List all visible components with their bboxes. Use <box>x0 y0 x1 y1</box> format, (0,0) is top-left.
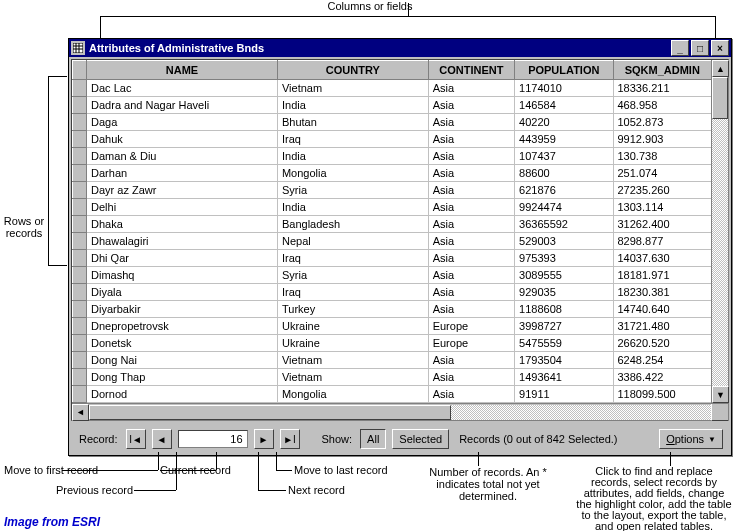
next-record-button[interactable]: ► <box>254 429 274 449</box>
cell-population[interactable]: 1793504 <box>515 352 613 369</box>
cell-population[interactable]: 146584 <box>515 97 613 114</box>
row-selector[interactable] <box>73 318 87 335</box>
row-selector[interactable] <box>73 233 87 250</box>
table-row[interactable]: Dhi QarIraqAsia97539314037.630 <box>73 250 712 267</box>
cell-sqkm[interactable]: 27235.260 <box>613 182 712 199</box>
cell-name[interactable]: Dadra and Nagar Haveli <box>87 97 278 114</box>
row-selector[interactable] <box>73 182 87 199</box>
cell-sqkm[interactable]: 118099.500 <box>613 386 712 403</box>
row-selector[interactable] <box>73 250 87 267</box>
row-selector[interactable] <box>73 284 87 301</box>
table-row[interactable]: DagaBhutanAsia402201052.873 <box>73 114 712 131</box>
cell-population[interactable]: 975393 <box>515 250 613 267</box>
cell-population[interactable]: 36365592 <box>515 216 613 233</box>
table-row[interactable]: DonetskUkraineEurope547555926620.520 <box>73 335 712 352</box>
cell-sqkm[interactable]: 14037.630 <box>613 250 712 267</box>
row-selector[interactable] <box>73 131 87 148</box>
cell-name[interactable]: Dhawalagiri <box>87 233 278 250</box>
cell-name[interactable]: Dhaka <box>87 216 278 233</box>
cell-continent[interactable]: Asia <box>428 114 514 131</box>
cell-sqkm[interactable]: 8298.877 <box>613 233 712 250</box>
cell-country[interactable]: India <box>277 148 428 165</box>
cell-country[interactable]: Ukraine <box>277 318 428 335</box>
table-row[interactable]: DarhanMongoliaAsia88600251.074 <box>73 165 712 182</box>
cell-country[interactable]: India <box>277 97 428 114</box>
cell-sqkm[interactable]: 14740.640 <box>613 301 712 318</box>
vscroll-thumb[interactable] <box>712 77 728 119</box>
cell-continent[interactable]: Asia <box>428 165 514 182</box>
table-row[interactable]: DiyalaIraqAsia92903518230.381 <box>73 284 712 301</box>
cell-population[interactable]: 1174010 <box>515 80 613 97</box>
cell-sqkm[interactable]: 18230.381 <box>613 284 712 301</box>
cell-country[interactable]: India <box>277 199 428 216</box>
cell-population[interactable]: 88600 <box>515 165 613 182</box>
col-continent[interactable]: CONTINENT <box>428 61 514 80</box>
cell-continent[interactable]: Europe <box>428 335 514 352</box>
cell-continent[interactable]: Asia <box>428 233 514 250</box>
cell-continent[interactable]: Asia <box>428 97 514 114</box>
cell-population[interactable]: 1188608 <box>515 301 613 318</box>
corner-header[interactable] <box>73 61 87 80</box>
cell-population[interactable]: 1493641 <box>515 369 613 386</box>
table-row[interactable]: DiyarbakirTurkeyAsia118860814740.640 <box>73 301 712 318</box>
hscroll-thumb[interactable] <box>89 405 451 420</box>
row-selector[interactable] <box>73 335 87 352</box>
titlebar[interactable]: Attributes of Administrative Bnds _ □ × <box>69 39 731 57</box>
table-row[interactable]: DahukIraqAsia4439599912.903 <box>73 131 712 148</box>
cell-population[interactable]: 621876 <box>515 182 613 199</box>
cell-country[interactable]: Syria <box>277 267 428 284</box>
scroll-down-icon[interactable]: ▼ <box>712 386 729 403</box>
cell-continent[interactable]: Asia <box>428 216 514 233</box>
show-all-button[interactable]: All <box>360 429 386 449</box>
cell-name[interactable]: Donetsk <box>87 335 278 352</box>
row-selector[interactable] <box>73 97 87 114</box>
maximize-button[interactable]: □ <box>691 40 709 56</box>
cell-sqkm[interactable]: 31262.400 <box>613 216 712 233</box>
cell-continent[interactable]: Asia <box>428 148 514 165</box>
cell-continent[interactable]: Asia <box>428 80 514 97</box>
cell-population[interactable]: 5475559 <box>515 335 613 352</box>
cell-country[interactable]: Mongolia <box>277 386 428 403</box>
minimize-button[interactable]: _ <box>671 40 689 56</box>
table-row[interactable]: Dong ThapVietnamAsia14936413386.422 <box>73 369 712 386</box>
cell-population[interactable]: 91911 <box>515 386 613 403</box>
cell-sqkm[interactable]: 9912.903 <box>613 131 712 148</box>
table-row[interactable]: DhawalagiriNepalAsia5290038298.877 <box>73 233 712 250</box>
table-row[interactable]: DnepropetrovskUkraineEurope399872731721.… <box>73 318 712 335</box>
cell-sqkm[interactable]: 18336.211 <box>613 80 712 97</box>
row-selector[interactable] <box>73 165 87 182</box>
scroll-up-icon[interactable]: ▲ <box>712 60 729 77</box>
cell-country[interactable]: Vietnam <box>277 80 428 97</box>
cell-name[interactable]: Dong Thap <box>87 369 278 386</box>
cell-name[interactable]: Dimashq <box>87 267 278 284</box>
table-row[interactable]: Daman & DiuIndiaAsia107437130.738 <box>73 148 712 165</box>
cell-country[interactable]: Bangladesh <box>277 216 428 233</box>
row-selector[interactable] <box>73 216 87 233</box>
cell-country[interactable]: Iraq <box>277 284 428 301</box>
table-row[interactable]: DhakaBangladeshAsia3636559231262.400 <box>73 216 712 233</box>
show-selected-button[interactable]: Selected <box>392 429 449 449</box>
cell-continent[interactable]: Asia <box>428 284 514 301</box>
cell-population[interactable]: 3998727 <box>515 318 613 335</box>
cell-continent[interactable]: Asia <box>428 182 514 199</box>
table-row[interactable]: DelhiIndiaAsia99244741303.114 <box>73 199 712 216</box>
cell-continent[interactable]: Asia <box>428 131 514 148</box>
cell-name[interactable]: Daga <box>87 114 278 131</box>
row-selector[interactable] <box>73 386 87 403</box>
cell-country[interactable]: Syria <box>277 182 428 199</box>
cell-continent[interactable]: Asia <box>428 301 514 318</box>
cell-sqkm[interactable]: 31721.480 <box>613 318 712 335</box>
table-row[interactable]: Dac LacVietnamAsia117401018336.211 <box>73 80 712 97</box>
table-row[interactable]: Dong NaiVietnamAsia17935046248.254 <box>73 352 712 369</box>
cell-country[interactable]: Iraq <box>277 250 428 267</box>
cell-name[interactable]: Dornod <box>87 386 278 403</box>
row-selector[interactable] <box>73 199 87 216</box>
cell-population[interactable]: 40220 <box>515 114 613 131</box>
cell-population[interactable]: 3089555 <box>515 267 613 284</box>
cell-sqkm[interactable]: 6248.254 <box>613 352 712 369</box>
last-record-button[interactable]: ►I <box>280 429 300 449</box>
cell-country[interactable]: Turkey <box>277 301 428 318</box>
vertical-scrollbar[interactable]: ▲ ▼ <box>711 60 728 403</box>
cell-continent[interactable]: Europe <box>428 318 514 335</box>
current-record-input[interactable] <box>178 430 248 448</box>
